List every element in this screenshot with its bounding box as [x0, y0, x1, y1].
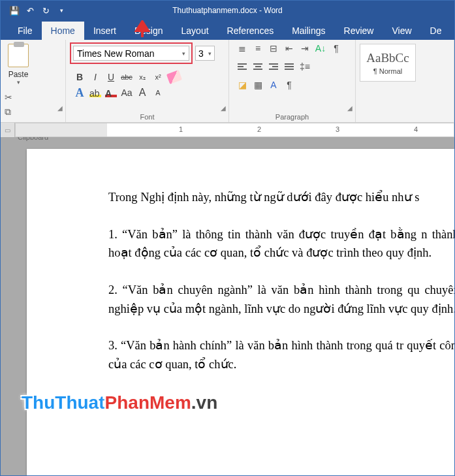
- font-color-button[interactable]: A: [105, 86, 117, 99]
- style-name: ¶ Normal: [373, 67, 402, 75]
- paragraph[interactable]: 3. “Văn bản hành chính” là văn bản hình …: [108, 336, 455, 373]
- tab-developer[interactable]: De: [421, 22, 451, 40]
- paragraph-marks-button[interactable]: ¶: [283, 79, 296, 91]
- dialog-launcher-icon[interactable]: ◢: [57, 104, 63, 112]
- ruler-mark: 4: [414, 125, 418, 133]
- tab-file[interactable]: File: [8, 22, 42, 40]
- qat-customize-icon[interactable]: ▾: [54, 3, 69, 18]
- tab-insert[interactable]: Insert: [84, 22, 125, 40]
- group-label-font: Font: [70, 112, 225, 121]
- tab-mailings[interactable]: Mailings: [283, 22, 334, 40]
- copy-icon[interactable]: ⧉: [5, 106, 14, 118]
- change-case-button[interactable]: Aa: [121, 86, 133, 99]
- ribbon-tabs: File Home Insert Design Layout Reference…: [1, 20, 454, 40]
- grow-font-button[interactable]: A: [136, 86, 148, 99]
- increase-indent-button[interactable]: ⇥: [298, 42, 311, 54]
- page[interactable]: Trong Nghị định này, những từ ngữ dưới đ…: [27, 149, 455, 476]
- ruler-mark: 1: [179, 125, 183, 133]
- tab-references[interactable]: References: [218, 22, 283, 40]
- superscript-button[interactable]: x²: [152, 71, 164, 84]
- group-styles: AaBbCc ¶ Normal: [356, 40, 454, 122]
- font-name-combo[interactable]: Times New Roman ▾: [73, 46, 189, 61]
- group-font: Times New Roman ▾ 3 ▾ B I U abc x₂ x²: [66, 40, 229, 122]
- style-normal[interactable]: AaBbCc ¶ Normal: [360, 44, 416, 82]
- tab-design[interactable]: Design: [125, 22, 172, 40]
- tab-review[interactable]: Review: [335, 22, 383, 40]
- quick-access-toolbar: 💾 ↶ ↻ ▾: [1, 3, 69, 18]
- sort-button[interactable]: A↓: [314, 42, 327, 54]
- tab-home[interactable]: Home: [42, 22, 84, 40]
- align-right-button[interactable]: [267, 61, 280, 72]
- titlebar: 💾 ↶ ↻ ▾ Thuthuatphanmem.docx - Word: [1, 1, 454, 20]
- watermark: ThuThuatPhanMem.vn: [22, 392, 217, 413]
- undo-icon[interactable]: ↶: [23, 3, 37, 18]
- group-clipboard: Paste ▾ ✂ ⧉ 🖌 Clipboard ◢: [1, 40, 66, 122]
- group-paragraph: ≣ ≡ ⊟ ⇤ ⇥ A↓ ¶ ‡≡ ◪ ▦ A ¶ Paragr: [229, 40, 356, 122]
- font-name-value: Times New Roman: [77, 48, 155, 59]
- paragraph[interactable]: 2. “Văn bản chuyên ngành” là văn bản hìn…: [108, 281, 455, 318]
- multilevel-button[interactable]: ⊟: [267, 42, 280, 54]
- font-size-combo[interactable]: 3 ▾: [195, 46, 215, 61]
- shrink-font-button[interactable]: A: [152, 86, 164, 99]
- numbering-button[interactable]: ≡: [251, 42, 264, 54]
- shading-button[interactable]: ◪: [236, 79, 249, 91]
- ruler-mark: 2: [257, 125, 261, 133]
- horizontal-ruler[interactable]: 1 2 3 4: [15, 123, 454, 137]
- ribbon: Paste ▾ ✂ ⧉ 🖌 Clipboard ◢ Times New Roma…: [1, 40, 454, 123]
- line-spacing-button[interactable]: ‡≡: [298, 61, 311, 72]
- text-effects-button[interactable]: A: [74, 86, 86, 99]
- dialog-launcher-icon[interactable]: ◢: [347, 104, 353, 112]
- bullets-button[interactable]: ≣: [236, 42, 249, 54]
- paragraph[interactable]: Trong Nghị định này, những từ ngữ dưới đ…: [108, 188, 455, 207]
- paste-button[interactable]: Paste ▾: [5, 42, 32, 86]
- paste-label: Paste: [8, 70, 29, 79]
- align-center-button[interactable]: [251, 61, 264, 72]
- redo-icon[interactable]: ↻: [39, 3, 53, 18]
- font-size-value: 3: [198, 48, 204, 59]
- decrease-indent-button[interactable]: ⇤: [283, 42, 296, 54]
- chevron-down-icon: ▾: [208, 50, 212, 57]
- italic-button[interactable]: I: [89, 71, 101, 84]
- window-title: Thuthuatphanmem.docx - Word: [172, 6, 283, 15]
- bold-button[interactable]: B: [74, 71, 86, 84]
- justify-button[interactable]: [283, 61, 296, 72]
- ruler-corner: ▭: [1, 123, 15, 137]
- style-sample: AaBbCc: [366, 51, 409, 65]
- tab-layout[interactable]: Layout: [172, 22, 218, 40]
- dialog-launcher-icon[interactable]: ◢: [221, 104, 226, 112]
- strikethrough-button[interactable]: abc: [121, 71, 133, 84]
- paragraph[interactable]: 1. “Văn bản” là thông tin thành văn được…: [108, 225, 455, 262]
- group-label-paragraph: Paragraph: [233, 112, 351, 121]
- cut-icon[interactable]: ✂: [5, 92, 14, 103]
- sort-az-button[interactable]: A: [267, 79, 280, 91]
- clear-formatting-button[interactable]: [168, 71, 181, 84]
- highlight-icon: ab: [89, 88, 101, 97]
- align-left-button[interactable]: [236, 61, 249, 72]
- underline-button[interactable]: U: [105, 71, 117, 84]
- highlight-button[interactable]: ab: [89, 86, 101, 99]
- ruler-mark: 3: [336, 125, 339, 133]
- save-icon[interactable]: 💾: [7, 3, 22, 18]
- subscript-button[interactable]: x₂: [136, 71, 148, 84]
- chevron-down-icon: ▾: [182, 50, 185, 57]
- borders-button[interactable]: ▦: [251, 79, 264, 91]
- document-area: Trong Nghị định này, những từ ngữ dưới đ…: [1, 137, 454, 476]
- font-name-highlight: Times New Roman ▾: [70, 42, 193, 64]
- tab-view[interactable]: View: [383, 22, 420, 40]
- font-color-icon: A: [105, 88, 117, 97]
- ruler: ▭ 1 2 3 4: [1, 123, 454, 137]
- show-marks-button[interactable]: ¶: [330, 42, 343, 54]
- paste-icon: [8, 44, 29, 67]
- eraser-icon: [166, 70, 182, 84]
